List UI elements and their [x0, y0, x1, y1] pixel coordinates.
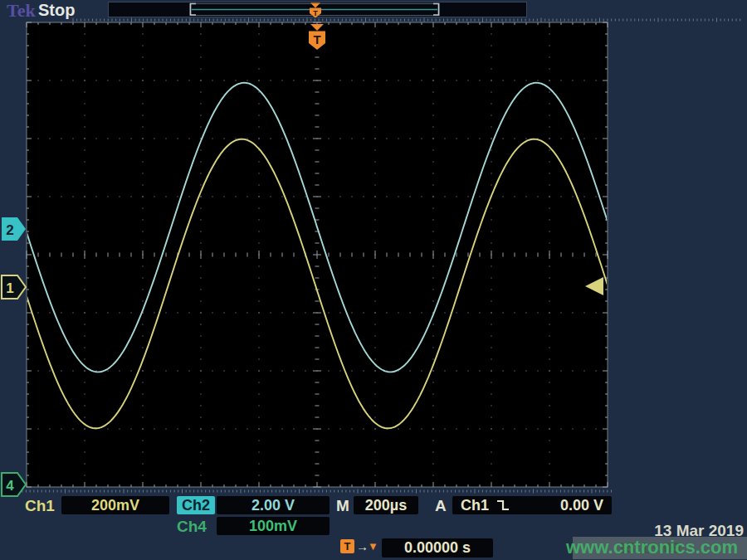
timebase-readout: 200µs [354, 496, 418, 514]
arrow-icon: → [356, 539, 369, 553]
timebase-label: M [336, 497, 349, 515]
svg-text:T: T [313, 32, 320, 46]
ch4-scale-readout: 100mV [217, 517, 330, 535]
record-view-bar: T [109, 2, 527, 18]
ch2-label: Ch2 [177, 496, 215, 514]
ch1-marker: 1 [2, 275, 26, 299]
delay-marker-icon: ▼ [368, 540, 378, 553]
acquisition-status: Stop [38, 1, 75, 20]
trigger-level: 0.00 V [560, 497, 603, 514]
svg-text:4: 4 [6, 478, 14, 494]
falling-edge-icon [496, 499, 510, 512]
trigger-source: Ch1 [461, 497, 489, 514]
scope-display: T T 2 1 4 [0, 0, 747, 560]
trigger-mode-label: A [435, 497, 447, 515]
ch2-scale-readout: 2.00 V [217, 496, 330, 514]
ch4-marker: 4 [2, 473, 26, 496]
watermark: www.cntronics.com [566, 537, 738, 558]
svg-text:2: 2 [6, 222, 13, 238]
trigger-readout: Ch1 0.00 V [452, 496, 612, 514]
svg-text:T: T [313, 9, 318, 17]
ch4-label: Ch4 [177, 518, 207, 536]
svg-text:1: 1 [6, 280, 13, 296]
tek-logo: Tek [7, 0, 36, 22]
ch1-scale-readout: 200mV [61, 496, 169, 514]
ch2-marker: 2 [2, 217, 26, 241]
trigger-delay-readout: 0.00000 s [382, 538, 493, 558]
ch1-label: Ch1 [25, 497, 55, 515]
trigger-t-icon: T [340, 539, 354, 553]
